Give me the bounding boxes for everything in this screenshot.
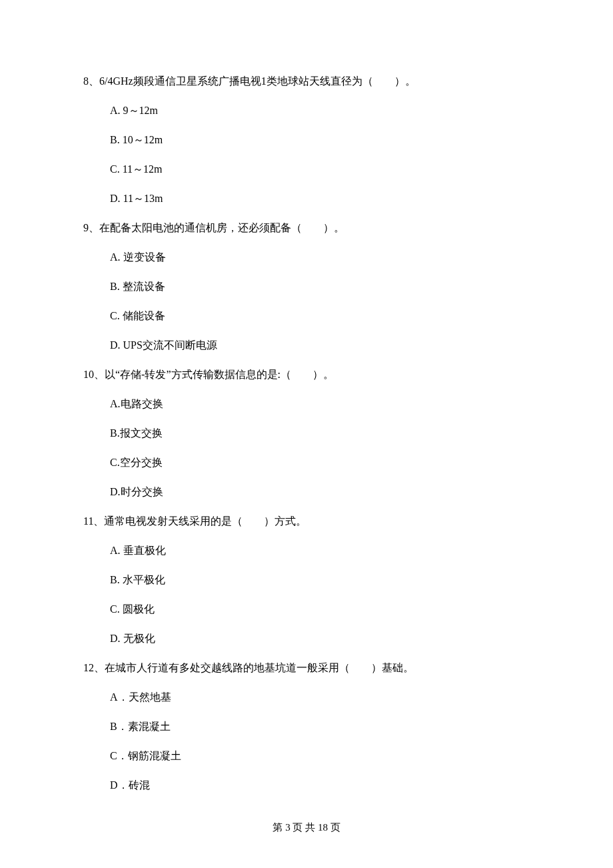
question-stem: 在配备太阳电池的通信机房，还必须配备（ ）。 <box>99 222 344 233</box>
question-text: 11、通常电视发射天线采用的是（ ）方式。 <box>83 513 530 529</box>
option-b: B. 水平极化 <box>110 572 530 588</box>
option-b: B. 10～12m <box>110 132 530 148</box>
option-a: A.电路交换 <box>110 396 530 412</box>
options-list: A.电路交换 B.报文交换 C.空分交换 D.时分交换 <box>83 396 530 500</box>
question-stem: 6/4GHz频段通信卫星系统广播电视1类地球站天线直径为（ ）。 <box>99 75 416 87</box>
question-9: 9、在配备太阳电池的通信机房，还必须配备（ ）。 A. 逆变设备 B. 整流设备… <box>83 220 530 353</box>
document-content: 8、6/4GHz频段通信卫星系统广播电视1类地球站天线直径为（ ）。 A. 9～… <box>0 0 613 793</box>
options-list: A. 9～12m B. 10～12m C. 11～12m D. 11～13m <box>83 103 530 207</box>
option-d: D. 11～13m <box>110 191 530 207</box>
option-c: C.空分交换 <box>110 455 530 471</box>
option-c: C. 储能设备 <box>110 308 530 324</box>
options-list: A. 逆变设备 B. 整流设备 C. 储能设备 D. UPS交流不间断电源 <box>83 249 530 353</box>
question-number: 8、 <box>83 75 99 87</box>
option-d: D. 无极化 <box>110 631 530 647</box>
question-stem: 以“存储-转发”方式传输数据信息的是:（ ）。 <box>105 369 334 380</box>
option-a: A. 逆变设备 <box>110 249 530 265</box>
page-footer: 第 3 页 共 18 页 <box>0 820 613 835</box>
option-d: D. UPS交流不间断电源 <box>110 337 530 353</box>
question-10: 10、以“存储-转发”方式传输数据信息的是:（ ）。 A.电路交换 B.报文交换… <box>83 367 530 500</box>
question-text: 12、在城市人行道有多处交越线路的地基坑道一般采用（ ）基础。 <box>83 660 530 676</box>
options-list: A．天然地基 B．素混凝土 C．钢筋混凝土 D．砖混 <box>83 689 530 793</box>
question-12: 12、在城市人行道有多处交越线路的地基坑道一般采用（ ）基础。 A．天然地基 B… <box>83 660 530 793</box>
option-b: B.报文交换 <box>110 425 530 441</box>
option-b: B. 整流设备 <box>110 279 530 295</box>
question-text: 8、6/4GHz频段通信卫星系统广播电视1类地球站天线直径为（ ）。 <box>83 73 530 89</box>
question-number: 11、 <box>83 515 104 527</box>
option-a: A．天然地基 <box>110 689 530 705</box>
question-stem: 在城市人行道有多处交越线路的地基坑道一般采用（ ）基础。 <box>105 662 414 673</box>
question-number: 10、 <box>83 369 105 380</box>
question-text: 10、以“存储-转发”方式传输数据信息的是:（ ）。 <box>83 367 530 383</box>
options-list: A. 垂直极化 B. 水平极化 C. 圆极化 D. 无极化 <box>83 543 530 647</box>
option-b: B．素混凝土 <box>110 719 530 735</box>
option-c: C. 圆极化 <box>110 601 530 617</box>
option-a: A. 9～12m <box>110 103 530 119</box>
option-c: C．钢筋混凝土 <box>110 748 530 764</box>
option-a: A. 垂直极化 <box>110 543 530 559</box>
question-number: 12、 <box>83 662 105 673</box>
option-c: C. 11～12m <box>110 161 530 177</box>
option-d: D.时分交换 <box>110 484 530 500</box>
question-number: 9、 <box>83 222 99 233</box>
question-8: 8、6/4GHz频段通信卫星系统广播电视1类地球站天线直径为（ ）。 A. 9～… <box>83 73 530 207</box>
question-text: 9、在配备太阳电池的通信机房，还必须配备（ ）。 <box>83 220 530 236</box>
question-11: 11、通常电视发射天线采用的是（ ）方式。 A. 垂直极化 B. 水平极化 C.… <box>83 513 530 647</box>
question-stem: 通常电视发射天线采用的是（ ）方式。 <box>104 515 306 527</box>
option-d: D．砖混 <box>110 777 530 793</box>
